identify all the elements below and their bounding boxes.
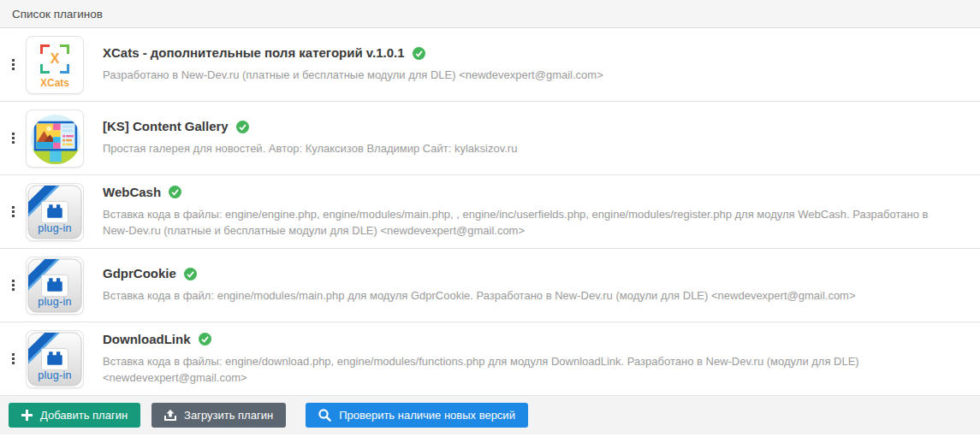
plugin-title: XCats - дополнительные поля категорий v.… — [103, 45, 405, 61]
plus-icon — [21, 410, 33, 421]
plug-in-logo-label: plug-in — [27, 369, 83, 381]
plugin-description: Вставка кода в файлы: engine/download.ph… — [103, 353, 942, 387]
panel-header: Список плагинов — [0, 0, 980, 28]
verified-check-icon — [184, 268, 197, 281]
verified-check-icon — [199, 333, 211, 345]
plugin-title: DownloadLink — [103, 332, 191, 347]
plugin-description: Простая галерея для новостей. Автор: Кул… — [103, 140, 942, 157]
plugin-description: Разработано в New-Dev.ru (платные и бесп… — [103, 67, 942, 84]
drag-handle-icon[interactable] — [0, 206, 26, 217]
upload-plugin-button[interactable]: Загрузить плагин — [151, 403, 286, 428]
drag-handle-icon[interactable] — [0, 133, 26, 144]
upload-icon — [164, 410, 176, 421]
plug-in-logo-icon: plug-in — [26, 183, 84, 241]
plugin-list: X XCats XCats - дополнительные поля кате… — [0, 28, 980, 396]
verified-check-icon — [413, 47, 425, 60]
content-gallery-logo-icon — [26, 109, 84, 168]
check-new-versions-button[interactable]: Проверить наличие новых версий — [306, 403, 528, 428]
plugin-description: Вставка кода в файл: engine/modules/main… — [103, 287, 942, 304]
search-icon — [318, 409, 331, 422]
plugin-row-ks-content-gallery: [KS] Content Gallery Простая галерея для… — [0, 102, 980, 175]
plugin-row-xcats: X XCats XCats - дополнительные поля кате… — [0, 28, 980, 102]
verified-check-icon — [169, 186, 181, 198]
plug-in-logo-label: plug-in — [27, 296, 83, 308]
xcats-logo-label: XCats — [27, 77, 83, 89]
plugin-row-gdprcookie: plug-in GdprCookie Вставка кода в файл: … — [0, 249, 980, 322]
plugin-row-downloadlink: plug-in DownloadLink Вставка кода в файл… — [0, 322, 980, 396]
drag-handle-icon[interactable] — [0, 280, 26, 291]
plugin-title: WebCash — [103, 185, 161, 200]
verified-check-icon — [236, 121, 249, 133]
plugin-description: Вставка кода в файлы: engine/engine.php,… — [103, 206, 942, 239]
plugin-row-webcash: plug-in WebCash Вставка кода в файлы: en… — [0, 175, 980, 249]
page-title: Список плагинов — [12, 8, 103, 21]
drag-handle-icon[interactable] — [0, 59, 26, 70]
plug-in-logo-icon: plug-in — [26, 330, 84, 388]
xcats-logo-icon: X XCats — [26, 36, 84, 94]
plug-in-logo-icon: plug-in — [26, 257, 84, 315]
plug-in-logo-label: plug-in — [27, 222, 83, 234]
drag-handle-icon[interactable] — [0, 353, 26, 364]
plugin-title: [KS] Content Gallery — [103, 119, 229, 134]
xcats-logo-letter: X — [40, 44, 69, 74]
panel-footer: Добавить плагин Загрузить плагин Провери… — [0, 396, 980, 434]
add-plugin-button[interactable]: Добавить плагин — [9, 403, 140, 428]
plugin-title: GdprCookie — [103, 266, 176, 281]
